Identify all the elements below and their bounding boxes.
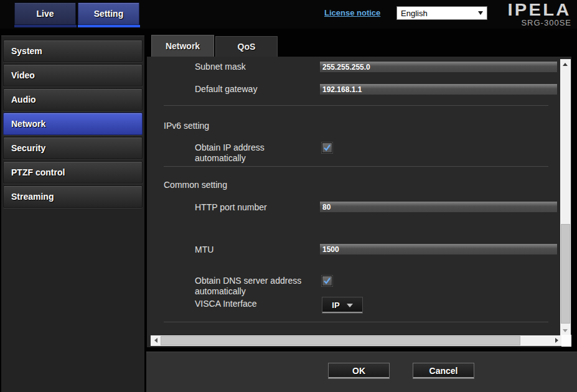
obtain-dns-label: Obtain DNS server address automatically [195, 276, 301, 297]
sidebar-item-security[interactable]: Security [3, 137, 143, 159]
live-tab-underline [14, 25, 77, 27]
footer-bar: OK Cancel [146, 352, 577, 392]
section-divider [164, 166, 548, 167]
sidebar: System Video Audio Network Security PTZF… [1, 35, 144, 392]
network-settings-panel: Subnet mask Default gateway IPv6 setting… [147, 57, 571, 347]
sidebar-item-video[interactable]: Video [3, 64, 143, 86]
language-select-value: English [401, 9, 428, 18]
scroll-right-icon[interactable] [551, 335, 561, 345]
obtain-ip-label-line1: Obtain IP address [195, 142, 265, 152]
tab-network[interactable]: Network [151, 35, 214, 57]
setting-tab-button[interactable]: Setting [78, 2, 139, 25]
section-divider [164, 105, 548, 106]
checkmark-icon [323, 277, 331, 285]
sidebar-item-system[interactable]: System [3, 40, 143, 62]
ipela-logo: IPELA [508, 2, 571, 19]
subnet-mask-label: Subnet mask [195, 62, 246, 72]
chevron-down-icon [478, 11, 483, 15]
horizontal-scrollbar-thumb[interactable] [161, 336, 520, 345]
scroll-left-icon[interactable] [151, 335, 161, 345]
default-gateway-label: Default gateway [195, 84, 257, 95]
default-gateway-input[interactable] [320, 84, 557, 95]
obtain-ip-checkbox[interactable] [322, 142, 332, 153]
section-divider [164, 322, 548, 322]
obtain-dns-checkbox[interactable] [322, 276, 332, 286]
license-notice-link[interactable]: License notice [324, 8, 380, 17]
subnet-mask-input[interactable] [320, 62, 557, 72]
brand-block: IPELA SRG-300SE [512, 2, 571, 27]
visca-interface-select[interactable]: IP [322, 297, 363, 314]
sidebar-item-audio[interactable]: Audio [3, 88, 143, 111]
scroll-down-icon[interactable] [560, 325, 570, 335]
sidebar-item-network[interactable]: Network [3, 113, 143, 135]
chevron-down-icon [347, 304, 353, 307]
tab-qos[interactable]: QoS [215, 36, 278, 57]
obtain-ip-label: Obtain IP address automatically [195, 142, 265, 164]
visca-interface-label: VISCA Interface [195, 299, 257, 309]
mtu-input[interactable] [320, 244, 557, 254]
http-port-label: HTTP port number [195, 202, 267, 213]
horizontal-scrollbar[interactable] [151, 335, 561, 346]
vertical-scrollbar[interactable] [560, 59, 571, 335]
obtain-dns-label-line1: Obtain DNS server address [195, 276, 301, 286]
sidebar-item-streaming[interactable]: Streaming [3, 185, 143, 208]
ipv6-section-label: IPv6 setting [164, 121, 209, 131]
ok-button[interactable]: OK [328, 363, 390, 379]
setting-tab-underline [78, 25, 140, 27]
http-port-input[interactable] [320, 202, 557, 212]
cancel-button[interactable]: Cancel [413, 363, 474, 379]
mtu-label: MTU [195, 245, 213, 255]
checkmark-icon [323, 144, 331, 152]
live-tab-button[interactable]: Live [14, 2, 76, 25]
scrollbar-corner [561, 335, 571, 347]
common-section-label: Common setting [164, 180, 227, 190]
model-label: SRG-300SE [512, 19, 571, 27]
vertical-scrollbar-thumb[interactable] [561, 224, 570, 324]
sidebar-item-ptzf-control[interactable]: PTZF control [3, 161, 143, 184]
scroll-up-icon[interactable] [560, 59, 570, 69]
top-bar: Live Setting License notice English IPEL… [0, 0, 577, 29]
language-select[interactable]: English [396, 6, 487, 20]
obtain-ip-label-line2: automatically [195, 153, 265, 164]
obtain-dns-label-line2: automatically [195, 286, 301, 297]
visca-interface-value: IP [332, 301, 339, 310]
